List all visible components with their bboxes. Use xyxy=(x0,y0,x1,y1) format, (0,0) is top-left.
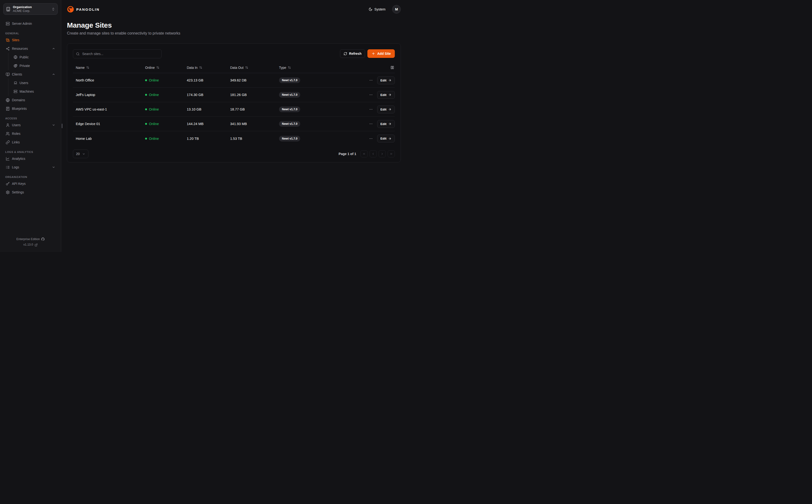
table-row: North Office Online 423.13 GB 349.62 DB … xyxy=(73,73,395,88)
online-dot-icon xyxy=(145,123,147,125)
arrow-right-icon xyxy=(388,93,391,96)
receipt-icon xyxy=(6,107,10,111)
main-content: PANGOLIN System M Manage Sites Create an… xyxy=(61,0,406,252)
status-badge: Online xyxy=(145,122,187,126)
row-menu-button[interactable] xyxy=(368,106,374,112)
search-icon xyxy=(76,52,80,56)
sidebar-item-clients-users[interactable]: Users xyxy=(8,79,58,87)
first-page-button[interactable] xyxy=(360,150,368,157)
sidebar-item-label: Roles xyxy=(12,132,20,136)
edit-button[interactable]: Edit xyxy=(377,135,395,142)
sidebar-footer: Enterprise Edition v1.13.0 xyxy=(3,237,58,250)
monitor-up-icon xyxy=(6,72,10,76)
sidebar-item-logs[interactable]: Logs xyxy=(3,163,58,171)
link-icon xyxy=(6,140,10,144)
sidebar-item-server-admin[interactable]: Server Admin xyxy=(3,19,58,28)
sidebar-item-public[interactable]: Public xyxy=(8,53,58,61)
sidebar-item-roles[interactable]: Roles xyxy=(3,129,58,138)
search-box xyxy=(73,49,162,58)
sidebar-item-resources[interactable]: Resources xyxy=(3,44,58,53)
online-dot-icon xyxy=(145,94,147,96)
theme-label: System xyxy=(374,7,386,11)
sort-icon[interactable] xyxy=(156,66,159,69)
search-input[interactable] xyxy=(82,52,158,56)
data-out-value: 341.93 MB xyxy=(230,122,279,126)
sidebar-item-label: Analytics xyxy=(12,157,25,161)
sidebar-item-blueprints[interactable]: Blueprints xyxy=(3,104,58,113)
building-icon xyxy=(6,7,10,11)
page-title: Manage Sites xyxy=(67,21,401,29)
sort-icon[interactable] xyxy=(199,66,202,69)
edit-button[interactable]: Edit xyxy=(377,106,395,113)
logs-icon xyxy=(6,165,10,169)
data-out-value: 18.77 GB xyxy=(230,107,279,111)
status-badge: Online xyxy=(145,93,187,97)
row-menu-button[interactable] xyxy=(368,92,374,98)
page-size-select[interactable]: 20 xyxy=(73,150,88,158)
sidebar-item-label: API Keys xyxy=(12,182,26,186)
sidebar-item-settings[interactable]: Settings xyxy=(3,188,58,197)
sidebar: Organization ACME Corp. Server Admin GEN… xyxy=(0,0,61,252)
sidebar-item-api-keys[interactable]: API Keys xyxy=(3,179,58,188)
sidebar-item-domains[interactable]: Domains xyxy=(3,96,58,104)
table-row: AWS VPC us-east-1 Online 13.10 GB 18.77 … xyxy=(73,102,395,117)
sites-table: Name Online Data In Data Out xyxy=(73,62,395,146)
app-root: Organization ACME Corp. Server Admin GEN… xyxy=(0,0,406,252)
sidebar-item-label: Public xyxy=(20,55,29,59)
chevron-down-icon xyxy=(52,123,55,127)
refresh-button[interactable]: Refresh xyxy=(340,49,365,58)
sidebar-item-clients[interactable]: Clients xyxy=(3,70,58,79)
section-label-access: ACCESS xyxy=(3,117,58,120)
sidebar-item-links[interactable]: Links xyxy=(3,138,58,146)
org-selector[interactable]: Organization ACME Corp. xyxy=(3,3,58,15)
table-row: Jeff's Laptop Online 174.30 GB 181.26 GB… xyxy=(73,88,395,102)
sidebar-item-machines[interactable]: Machines xyxy=(8,87,58,96)
next-page-button[interactable] xyxy=(379,150,386,157)
key-icon xyxy=(6,182,10,186)
status-badge: Online xyxy=(145,78,187,82)
type-badge: Newt v1.7.0 xyxy=(279,121,300,127)
refresh-icon xyxy=(344,52,347,55)
row-menu-button[interactable] xyxy=(368,121,374,127)
data-in-value: 174.30 GB xyxy=(187,93,230,97)
site-name: North Office xyxy=(73,78,145,82)
theme-toggle[interactable]: System xyxy=(367,7,387,11)
table-footer: 20 Page 1 of 1 xyxy=(73,150,395,158)
sort-icon[interactable] xyxy=(245,66,248,69)
data-out-value: 349.62 DB xyxy=(230,78,279,82)
sidebar-item-label: Domains xyxy=(12,98,25,102)
sites-icon xyxy=(6,38,10,42)
sidebar-item-analytics[interactable]: Analytics xyxy=(3,154,58,163)
github-icon[interactable] xyxy=(41,237,45,241)
row-menu-button[interactable] xyxy=(368,136,374,141)
data-in-value: 423.13 GB xyxy=(187,78,230,82)
edit-button[interactable]: Edit xyxy=(377,91,395,99)
sidebar-item-users[interactable]: Users xyxy=(3,121,58,129)
users-icon xyxy=(6,132,10,136)
globe-lock-icon xyxy=(14,64,17,68)
sort-icon[interactable] xyxy=(288,66,291,69)
external-link-icon[interactable] xyxy=(35,243,38,247)
data-out-value: 181.26 GB xyxy=(230,93,279,97)
sidebar-item-label: Users xyxy=(12,123,21,127)
online-dot-icon xyxy=(145,108,147,110)
edit-button[interactable]: Edit xyxy=(377,120,395,128)
sort-icon[interactable] xyxy=(86,66,89,69)
page-info: Page 1 of 1 xyxy=(339,152,356,156)
edit-button[interactable]: Edit xyxy=(377,76,395,84)
sidebar-item-label: Logs xyxy=(12,165,19,169)
sidebar-item-private[interactable]: Private xyxy=(8,61,58,70)
status-badge: Online xyxy=(145,107,187,111)
sidebar-item-sites[interactable]: Sites xyxy=(3,36,58,44)
toggle-columns-button[interactable] xyxy=(390,65,395,70)
prev-page-button[interactable] xyxy=(370,150,377,157)
add-site-button[interactable]: Add Site xyxy=(367,49,395,58)
sidebar-item-label: Server Admin xyxy=(12,22,32,25)
last-page-button[interactable] xyxy=(388,150,395,157)
org-selector-value: ACME Corp. xyxy=(13,9,30,13)
sidebar-scrollbar-thumb[interactable] xyxy=(62,124,62,128)
avatar[interactable]: M xyxy=(392,5,401,14)
row-menu-button[interactable] xyxy=(368,77,374,83)
org-selector-label: Organization xyxy=(13,5,32,9)
server-icon xyxy=(14,90,17,93)
